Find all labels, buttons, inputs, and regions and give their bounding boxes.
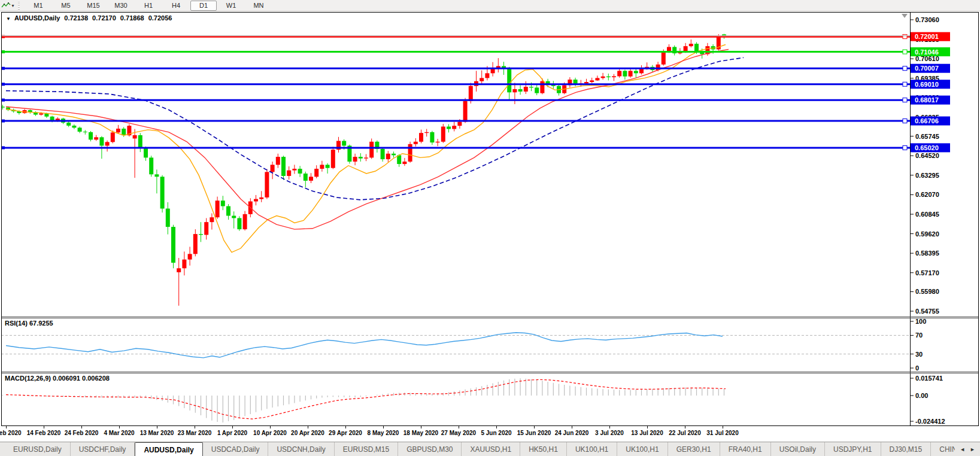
axis-label: 0.73060 [915, 16, 939, 23]
bottom-tab-usdjpy-h1[interactable]: USDJPY,H1 [825, 442, 881, 456]
date-label: 14 Feb 2020 [27, 430, 61, 436]
date-axis[interactable]: 5 Feb 202014 Feb 202024 Feb 20204 Mar 20… [1, 426, 979, 441]
hline-left-handle[interactable] [2, 83, 5, 86]
hline-left-handle[interactable] [2, 120, 5, 123]
bottom-tab-gbpusd-m30[interactable]: GBPUSD,M30 [398, 442, 462, 456]
candle-body [281, 157, 286, 176]
dropdown-arrow-icon[interactable]: ▾ [11, 3, 14, 8]
macd-label: MACD(12,26,9) 0.006091 0.006208 [5, 375, 110, 382]
axis-label: 70 [915, 332, 923, 339]
line-chart-icon[interactable]: ▾ [0, 1, 16, 10]
date-tick [383, 426, 384, 428]
bottom-tab-eurusd-daily[interactable]: EURUSD,Daily [5, 442, 71, 456]
bottom-tab-dj30-m15[interactable]: DJ30,M15 [881, 442, 932, 456]
candle-body [232, 216, 236, 218]
date-tick [685, 426, 685, 428]
hline-right-handle[interactable] [903, 145, 907, 150]
date-tick [270, 426, 271, 428]
date-label: 15 Jun 2020 [517, 430, 551, 436]
candle-body [304, 174, 308, 181]
hline-left-handle[interactable] [2, 50, 5, 53]
candle-body [419, 133, 423, 142]
candle-body [287, 171, 291, 176]
candle-body [298, 169, 302, 174]
axis-label: -0.024412 [915, 418, 945, 425]
hline-left-handle[interactable] [2, 146, 5, 149]
bottom-tab-usdchf-daily[interactable]: USDCHF,Daily [71, 442, 135, 456]
date-tick [459, 426, 459, 428]
candle-body [694, 44, 699, 51]
bottom-tab-xauusd-h1[interactable]: XAUUSD,H1 [462, 442, 520, 456]
timeframe-button-m15[interactable]: M15 [80, 1, 107, 11]
rsi-label: RSI(14) 67.9255 [5, 320, 53, 327]
quote-close: 0.72056 [148, 14, 172, 22]
toolbar-grip[interactable] [17, 1, 21, 10]
candle-body [590, 80, 594, 82]
bottom-tab-uk100-h1[interactable]: UK100,H1 [567, 442, 617, 456]
candle-body [584, 82, 588, 83]
hline-right-handle[interactable] [903, 98, 907, 102]
bottom-tab-usdcnh-daily[interactable]: USDCNH,Daily [268, 442, 334, 456]
date-label: 5 Feb 2020 [0, 430, 22, 436]
timeframe-button-m5[interactable]: M5 [53, 1, 79, 11]
candle-body [507, 68, 511, 92]
hline-left-handle[interactable] [2, 67, 5, 70]
axis-label: 0.69010 [915, 81, 939, 88]
date-tick [609, 426, 610, 428]
candle-body [629, 71, 633, 76]
hline-right-handle[interactable] [903, 119, 907, 123]
candle-body [441, 127, 445, 142]
timeframe-button-mn[interactable]: MN [245, 1, 272, 11]
candle-body [171, 227, 175, 263]
date-tick [345, 426, 346, 428]
candle-body [381, 149, 385, 159]
hline-left-handle[interactable] [2, 99, 5, 102]
candle-body [424, 132, 429, 133]
date-tick [6, 426, 7, 428]
timeframe-button-h4[interactable]: H4 [163, 1, 189, 11]
timeframe-button-h1[interactable]: H1 [135, 1, 162, 11]
candle-body [78, 127, 82, 132]
bottom-tab-uk100-h1[interactable]: UK100,H1 [617, 442, 668, 456]
axis-label: 0.58395 [915, 250, 939, 257]
axis-label: 100 [915, 318, 926, 325]
bottom-tab-usoil-daily[interactable]: USOil,Daily [771, 442, 825, 456]
timeframe-button-d1[interactable]: D1 [190, 1, 217, 11]
hline-right-handle[interactable] [903, 66, 907, 71]
hline-right-handle[interactable] [903, 50, 907, 54]
candle-body [457, 122, 462, 126]
candle-body [133, 135, 137, 139]
date-label: 29 Apr 2020 [329, 430, 362, 436]
bottom-tab-china300-h4[interactable]: CHINA300,H4 [931, 442, 955, 456]
tabs-scroll-right-button[interactable]: ► [970, 446, 975, 452]
bottom-tab-audusd-daily[interactable]: AUDUSD,Daily [135, 442, 202, 456]
hline-right-handle[interactable] [903, 35, 907, 39]
bottom-tab-ger30-h1[interactable]: GER30,H1 [668, 442, 720, 456]
chart-tabs: EURUSD,DailyUSDCHF,DailyAUDUSD,DailyUSDC… [0, 442, 955, 456]
bottom-tab-eurusd-m15[interactable]: EURUSD,M15 [335, 442, 398, 456]
timeframe-button-w1[interactable]: W1 [218, 1, 244, 11]
date-tick [572, 426, 572, 428]
candle-body [595, 78, 599, 80]
price-chart[interactable]: 0.730600.718350.706100.693850.681600.669… [1, 12, 979, 426]
axis-label: 0.66706 [915, 117, 939, 124]
candle-body [496, 66, 500, 68]
candle-body [89, 132, 93, 140]
date-label: 5 Jun 2020 [481, 430, 511, 436]
hline-right-handle[interactable] [903, 82, 907, 86]
candle-body [480, 78, 484, 81]
tabs-scroll-left-button[interactable]: ◄ [960, 446, 965, 452]
bottom-tab-hk50-h1[interactable]: HK50,H1 [520, 442, 567, 456]
bottom-tab-usdcad-daily[interactable]: USDCAD,Daily [203, 442, 269, 456]
timeframe-button-m1[interactable]: M1 [25, 1, 51, 11]
date-label: 3 Jul 2020 [595, 430, 624, 436]
date-label: 23 Mar 2020 [178, 430, 212, 436]
collapse-arrow-icon[interactable]: ▼ [6, 16, 11, 22]
candle-body [485, 73, 489, 78]
candle-body [210, 217, 214, 222]
candle-body [122, 129, 126, 135]
timeframe-button-m30[interactable]: M30 [108, 1, 134, 11]
bottom-tab-fra40-h1[interactable]: FRA40,H1 [720, 442, 771, 456]
candle-body [342, 141, 346, 145]
date-tick [534, 426, 535, 428]
